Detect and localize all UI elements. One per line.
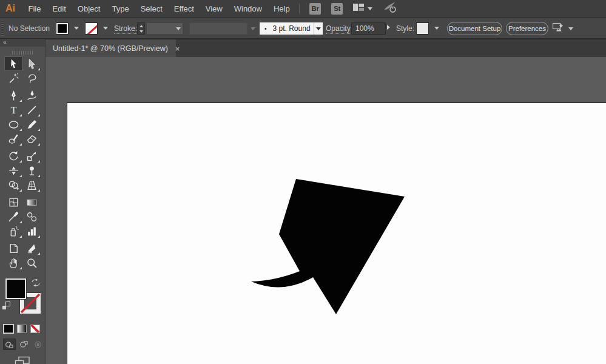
brush-definition-dropdown[interactable]: • 3 pt. Round	[260, 22, 314, 35]
menu-item-window[interactable]: Window	[228, 0, 268, 18]
artwork-shape[interactable]	[251, 179, 405, 314]
stroke-color-swatch[interactable]	[85, 22, 98, 35]
fill-swatch-large[interactable]	[5, 278, 26, 299]
lasso-tool[interactable]	[22, 71, 41, 86]
gradient-tool[interactable]	[22, 195, 41, 209]
zoom-tool[interactable]	[22, 255, 41, 270]
chevron-down-icon	[176, 27, 181, 30]
change-screen-mode-icon[interactable]	[15, 356, 30, 364]
hand-tool[interactable]	[4, 255, 22, 270]
style-swatch[interactable]	[416, 22, 429, 35]
flyout-corner-icon	[19, 221, 22, 223]
flyout-corner-icon	[19, 129, 22, 131]
menu-item-select[interactable]: Select	[135, 0, 168, 18]
artboard-tool[interactable]	[4, 241, 22, 255]
opacity-input[interactable]: 100%	[351, 22, 386, 35]
symbol-sprayer-tool[interactable]	[4, 224, 22, 238]
artboard[interactable]	[67, 103, 606, 364]
bridge-button[interactable]: Br	[309, 3, 321, 15]
slice-tool[interactable]	[22, 241, 41, 255]
tools-panel-header[interactable]: «	[0, 39, 45, 47]
eraser-tool[interactable]	[22, 132, 41, 146]
puppet-warp-tool[interactable]	[22, 163, 41, 178]
flyout-corner-icon	[38, 129, 40, 131]
stroke-chevron-down-icon[interactable]	[103, 27, 108, 30]
default-fill-stroke-icon[interactable]	[2, 302, 12, 311]
canvas-pasteboard[interactable]	[45, 57, 606, 364]
menu-item-effect[interactable]: Effect	[168, 0, 200, 18]
flyout-corner-icon	[19, 114, 22, 116]
gpu-performance-button[interactable]	[383, 1, 398, 16]
none-button[interactable]	[30, 325, 40, 333]
draw-normal-button[interactable]	[3, 339, 16, 350]
stroke-panel-link[interactable]: Stroke:	[114, 24, 137, 34]
magic-wand-tool[interactable]	[4, 71, 22, 86]
mesh-tool-icon	[8, 197, 19, 208]
collapse-panel-icon[interactable]: «	[3, 39, 7, 46]
opacity-arrow-icon[interactable]	[387, 25, 390, 30]
curvature-tool[interactable]	[22, 88, 41, 103]
flyout-corner-icon	[38, 189, 40, 192]
flyout-corner-icon	[38, 160, 40, 163]
ellipse-tool[interactable]	[4, 117, 22, 132]
stroke-weight-stepper[interactable]	[137, 22, 145, 35]
chevron-down-icon	[368, 7, 372, 10]
flyout-corner-icon	[38, 143, 40, 146]
flyout-corner-icon	[19, 143, 22, 146]
mesh-tool[interactable]	[4, 195, 22, 209]
eyedropper-tool[interactable]	[4, 209, 22, 224]
paintbrush-tool-icon	[26, 119, 38, 130]
stepper-up-icon[interactable]	[140, 25, 143, 27]
fill-chevron-down-icon[interactable]	[74, 27, 79, 30]
ellipse-tool-icon	[8, 119, 19, 130]
menu-item-view[interactable]: View	[200, 0, 228, 18]
shape-builder-tool[interactable]	[4, 178, 22, 192]
tools-panel: « T	[0, 39, 45, 364]
column-graph-tool[interactable]	[22, 224, 41, 238]
document-tab-bar: Untitled-1* @ 70% (RGB/Preview) ×	[45, 39, 606, 57]
arrange-documents-button[interactable]	[552, 22, 573, 35]
brush-definition-chevron[interactable]	[314, 22, 323, 35]
line-segment-tool[interactable]	[22, 103, 41, 117]
chevron-down-icon	[316, 27, 321, 30]
color-button[interactable]	[4, 325, 13, 333]
panel-grip-dots[interactable]	[12, 51, 33, 55]
menu-item-type[interactable]: Type	[106, 0, 135, 18]
direct-selection-tool[interactable]	[22, 56, 41, 71]
menu-item-edit[interactable]: Edit	[47, 0, 72, 18]
document-setup-button[interactable]: Document Setup	[447, 22, 502, 35]
document-tab[interactable]: Untitled-1* @ 70% (RGB/Preview) ×	[45, 39, 176, 58]
width-tool-icon	[8, 165, 19, 177]
stroke-weight-dropdown[interactable]	[146, 22, 183, 35]
flyout-corner-icon	[19, 189, 22, 192]
panel-grip[interactable]	[1, 21, 4, 36]
swap-fill-stroke-icon[interactable]	[31, 278, 41, 287]
stepper-down-icon[interactable]	[140, 30, 143, 33]
gradient-button[interactable]	[17, 325, 27, 333]
brush-definition-value: 3 pt. Round	[273, 24, 311, 33]
width-tool[interactable]	[4, 163, 22, 178]
draw-behind-button[interactable]	[18, 339, 30, 350]
paintbrush-tool[interactable]	[22, 117, 41, 132]
close-tab-icon[interactable]: ×	[175, 44, 180, 53]
workspace-switcher[interactable]	[352, 2, 372, 15]
fill-color-swatch[interactable]	[56, 22, 69, 35]
opacity-panel-link[interactable]: Opacity:	[326, 24, 352, 34]
scale-tool-icon	[26, 150, 38, 162]
preferences-button[interactable]: Preferences	[506, 22, 548, 35]
scale-tool[interactable]	[22, 149, 41, 163]
menu-bar: Ai FileEditObjectTypeSelectEffectViewWin…	[0, 0, 606, 18]
rotate-tool[interactable]	[4, 149, 22, 163]
menu-item-object[interactable]: Object	[72, 0, 106, 18]
perspective-grid-tool[interactable]	[22, 178, 41, 192]
blend-tool[interactable]	[22, 209, 41, 224]
stock-button[interactable]: St	[331, 3, 343, 15]
type-tool[interactable]: T	[4, 103, 22, 117]
swatch-type-row	[0, 325, 45, 333]
menu-item-file[interactable]: File	[22, 0, 47, 18]
pen-tool[interactable]	[4, 88, 22, 103]
shaper-tool[interactable]	[4, 132, 22, 146]
menu-item-help[interactable]: Help	[268, 0, 295, 18]
style-chevron-down-icon[interactable]	[434, 27, 439, 30]
selection-tool[interactable]	[4, 56, 22, 71]
